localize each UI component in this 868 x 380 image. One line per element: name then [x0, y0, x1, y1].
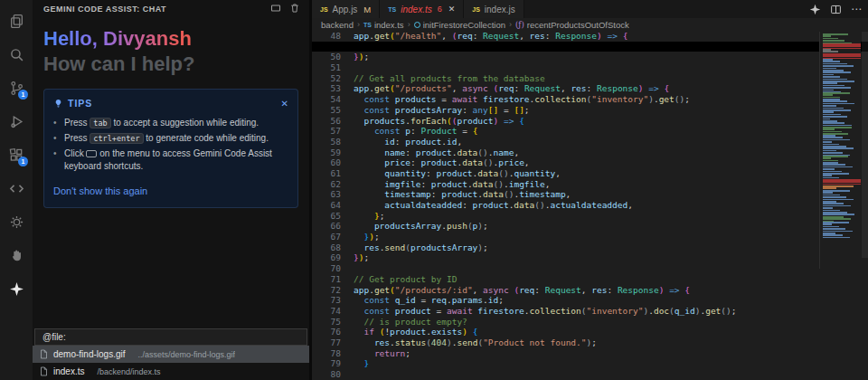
js-file-icon: JS — [320, 6, 328, 13]
close-icon[interactable]: ✕ — [281, 99, 288, 109]
code-editor[interactable]: 48app.get("/health", (req: Request, res:… — [312, 31, 868, 380]
code-line-63: 63 timestamp: product.data().timestamp, — [312, 189, 868, 200]
gear-icon[interactable] — [4, 208, 29, 235]
line-number: 80 — [312, 369, 341, 380]
code-line-57: 57 const p: Product = { — [312, 126, 868, 137]
more-actions-icon[interactable]: ⋯ — [851, 3, 863, 15]
breadcrumb-initFirestoreCollection[interactable]: initFirestoreCollection — [414, 20, 505, 30]
editor-actions: ⋯ — [800, 0, 863, 18]
breadcrumb-backend[interactable]: backend — [321, 20, 354, 30]
code-line-64: 64 actualdateadded: product.data().actua… — [312, 200, 868, 211]
line-number: 62 — [312, 179, 341, 190]
code-line-68: 68 res.send(productsArray); — [312, 242, 868, 253]
tip-item: •Press ctrl+enter to generate code while… — [53, 132, 288, 145]
dismiss-tips-link[interactable]: Don't show this again — [53, 185, 147, 196]
line-number: 61 — [312, 168, 341, 179]
line-number: 55 — [312, 105, 341, 116]
line-number: 76 — [312, 327, 341, 337]
kbd-chip: tab — [90, 118, 110, 128]
tab-label: App.js — [333, 5, 358, 14]
code-line-73: 73 const q_id = req.params.id; — [312, 295, 868, 306]
source-control-badge: 1 — [18, 90, 28, 100]
tab-bar: JSApp.jsMTSindex.ts6✕JSindex.js ⋯ — [312, 0, 868, 18]
split-editor-icon[interactable] — [830, 4, 842, 15]
code-line-66: 66 productsArray.push(p); — [312, 221, 868, 232]
breadcrumb-index.ts[interactable]: TSindex.ts — [363, 20, 404, 30]
code-line-59: 59 name: product.data().name, — [312, 147, 868, 158]
tab-index.ts[interactable]: TSindex.ts6✕ — [380, 0, 464, 18]
code-line-53: 53app.get("/products", async (req: Reque… — [312, 83, 868, 94]
tip-item: •Press tab to accept a suggestion while … — [53, 117, 288, 129]
editor-group: JSApp.jsMTSindex.ts6✕JSindex.js ⋯ backen… — [312, 0, 868, 380]
hand-icon[interactable] — [4, 242, 29, 269]
code-line-71: 71// Get product by ID — [312, 274, 868, 285]
line-number: 48 — [312, 31, 341, 42]
files-icon[interactable] — [4, 7, 29, 34]
extensions-badge: 1 — [18, 157, 28, 166]
tab-App.js[interactable]: JSApp.jsM — [312, 0, 380, 18]
code-line-70: 70 — [312, 263, 868, 274]
breadcrumb-label: index.ts — [374, 20, 404, 30]
menu-icon — [86, 150, 97, 157]
file-suggestion-demo-find-logs.gif[interactable]: demo-find-logs.gif../assets/demo-find-lo… — [33, 346, 309, 363]
breadcrumb-separator: › — [357, 20, 360, 29]
chat-input[interactable]: @file: — [34, 328, 307, 346]
bullet: • — [53, 117, 64, 129]
extensions-icon[interactable]: 1 — [4, 141, 29, 168]
ts-file-icon: TS — [363, 22, 372, 28]
search-icon[interactable] — [4, 41, 29, 68]
tips-title: TIPS — [68, 98, 281, 109]
line-number: 67 — [312, 232, 341, 242]
suggestion-path: /backend/index.ts — [97, 367, 160, 376]
line-number: 70 — [312, 263, 341, 274]
tab-index.js[interactable]: JSindex.js — [464, 0, 524, 18]
code-lines: 48app.get("/health", (req: Request, res:… — [312, 31, 868, 380]
line-number: 66 — [312, 221, 341, 232]
chat-input-area: @file: demo-find-logs.gif../assets/demo-… — [33, 328, 309, 380]
code-line-79: 79 } — [312, 358, 868, 369]
line-number: 51 — [312, 62, 341, 73]
breadcrumb: backend›TSindex.ts›initFirestoreCollecti… — [312, 18, 868, 31]
code-icon[interactable] — [4, 175, 29, 202]
line-number: 65 — [312, 211, 341, 222]
breadcrumb-separator: › — [408, 20, 410, 29]
line-number: 56 — [312, 116, 341, 127]
run-debug-icon[interactable] — [4, 108, 29, 135]
symbol-function-icon — [414, 22, 420, 28]
line-number: 68 — [312, 242, 341, 253]
breadcrumb-label: initFirestoreCollection — [423, 20, 505, 30]
chat-panel-title: GEMINI CODE ASSIST: CHAT — [43, 5, 262, 14]
file-suggestion-list: demo-find-logs.gif../assets/demo-find-lo… — [33, 346, 309, 380]
gemini-sparkle-icon[interactable] — [809, 4, 821, 15]
line-number: 73 — [312, 295, 341, 306]
line-number: 77 — [312, 337, 341, 348]
minimap[interactable] — [819, 32, 861, 269]
modified-badge: M — [363, 5, 371, 14]
symbol-method-icon: (ƒ) — [515, 20, 524, 29]
tab-label: index.ts — [401, 5, 431, 14]
code-line-62: 62 imgfile: product.data().imgfile, — [312, 179, 868, 190]
code-line-75: 75 // is product empty? — [312, 317, 868, 328]
line-number: 52 — [312, 73, 341, 84]
breadcrumb-recentProductsOutOfStock[interactable]: (ƒ)recentProductsOutOfStock — [515, 20, 629, 30]
breadcrumb-label: backend — [321, 20, 354, 30]
line-number: 54 — [312, 94, 341, 105]
close-icon[interactable]: ✕ — [448, 5, 456, 14]
source-control-icon[interactable]: 1 — [4, 74, 29, 101]
code-line-61: 61 quantity: product.data().quantity, — [312, 168, 868, 179]
file-suggestion-index.ts[interactable]: index.ts/backend/index.ts — [33, 363, 309, 380]
line-number: 64 — [312, 200, 341, 211]
open-editor-icon[interactable] — [270, 1, 281, 17]
line-number: 58 — [312, 137, 341, 147]
trash-icon[interactable] — [289, 1, 300, 17]
breadcrumb-label: recentProductsOutOfStock — [527, 20, 629, 30]
code-line-77: 77 res.status(404).send("Product not fou… — [312, 337, 868, 348]
code-line-55: 55 const productsArray: any[] = []; — [312, 105, 868, 116]
line-number: 69 — [312, 252, 341, 263]
line-number: 50 — [312, 52, 341, 62]
scrollbar[interactable] — [862, 32, 868, 258]
code-line-58: 58 id: product.id, — [312, 137, 868, 147]
line-number: 79 — [312, 358, 341, 369]
code-line-65: 65 }; — [312, 211, 868, 222]
gemini-sparkle-icon[interactable] — [4, 275, 29, 302]
